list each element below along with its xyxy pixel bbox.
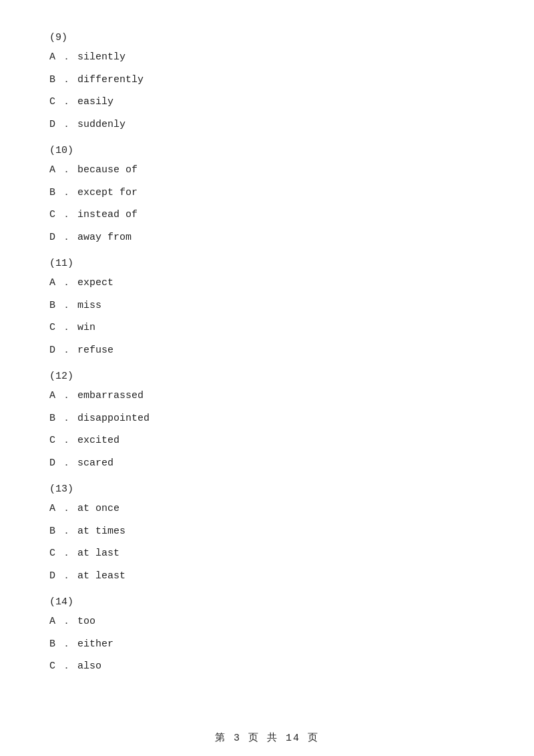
option-10-c[interactable]: C ． instead of: [47, 206, 487, 224]
option-10-b[interactable]: B ． except for: [47, 184, 487, 202]
footer-text: 第 3 页 共 14 页: [215, 733, 319, 744]
option-12-c[interactable]: C ． excited: [47, 432, 487, 449]
question-number-14: (14): [47, 596, 487, 608]
main-content: (9)A ． silentlyB ． differentlyC ． easily…: [0, 0, 534, 721]
option-13-b[interactable]: B ． at times: [47, 523, 487, 540]
option-10-d[interactable]: D ． away from: [47, 229, 487, 246]
option-13-c[interactable]: C ． at last: [47, 545, 487, 562]
option-14-a[interactable]: A ． too: [47, 613, 487, 630]
option-11-d[interactable]: D ． refuse: [47, 342, 487, 359]
option-13-a[interactable]: A ． at once: [47, 500, 487, 518]
option-14-c[interactable]: C ． also: [47, 658, 487, 675]
question-number-13: (13): [47, 484, 487, 495]
page-footer: 第 3 页 共 14 页: [0, 731, 534, 744]
option-13-d[interactable]: D ． at least: [47, 568, 487, 585]
question-number-10: (10): [47, 145, 487, 156]
question-number-12: (12): [47, 371, 487, 382]
option-12-b[interactable]: B ． disappointed: [47, 410, 487, 427]
option-9-a[interactable]: A ． silently: [47, 49, 487, 66]
option-9-b[interactable]: B ． differently: [47, 71, 487, 89]
question-number-11: (11): [47, 258, 487, 269]
option-14-b[interactable]: B ． either: [47, 636, 487, 653]
option-9-c[interactable]: C ． easily: [47, 93, 487, 111]
option-11-b[interactable]: B ． miss: [47, 297, 487, 315]
option-11-a[interactable]: A ． expect: [47, 274, 487, 292]
question-number-9: (9): [47, 32, 487, 43]
option-12-a[interactable]: A ． embarrassed: [47, 387, 487, 405]
option-10-a[interactable]: A ． because of: [47, 162, 487, 179]
option-12-d[interactable]: D ． scared: [47, 455, 487, 472]
option-11-c[interactable]: C ． win: [47, 319, 487, 337]
option-9-d[interactable]: D ． suddenly: [47, 116, 487, 134]
